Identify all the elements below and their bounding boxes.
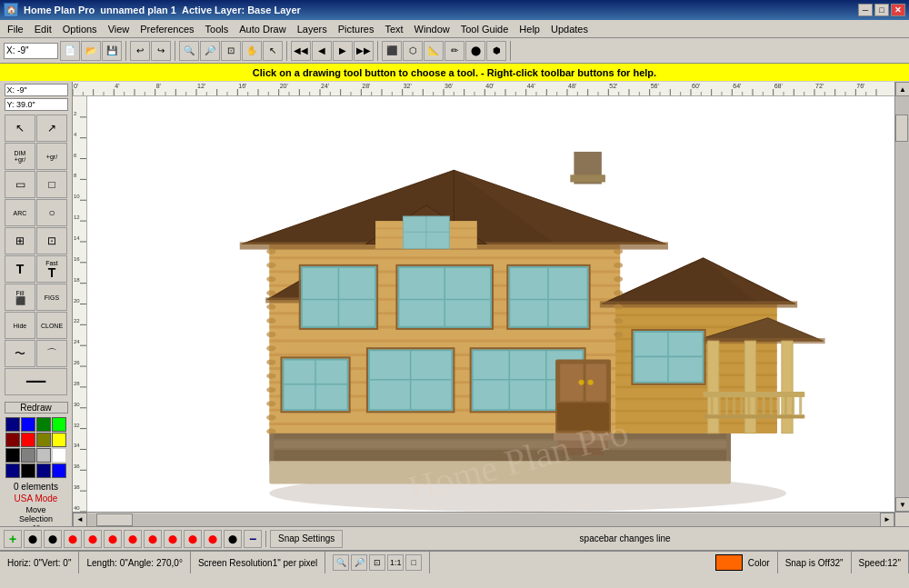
color-cell[interactable] <box>21 417 35 432</box>
bt8[interactable]: ⬤ <box>164 530 182 548</box>
bt2[interactable]: ⬤ <box>44 530 62 548</box>
color-cell[interactable] <box>36 417 51 432</box>
color-cell[interactable] <box>52 417 66 432</box>
menu-autodraw[interactable]: Auto Draw <box>234 22 291 36</box>
add-button[interactable]: + <box>4 530 22 548</box>
figs-tool[interactable]: FIGS <box>36 284 67 311</box>
zoom-window-status[interactable]: □ <box>405 554 422 571</box>
nav-left[interactable]: ◀◀ <box>291 41 311 61</box>
menu-preferences[interactable]: Preferences <box>135 22 199 36</box>
zoom-actual-status[interactable]: 1:1 <box>387 554 404 571</box>
draw-btn-5[interactable]: ⬤ <box>465 41 485 61</box>
fill-tool[interactable]: Fill⬛ <box>5 284 35 311</box>
rect-tool[interactable]: ▭ <box>5 171 35 198</box>
arc-tool[interactable]: ARC <box>5 199 35 226</box>
menu-help[interactable]: Help <box>514 22 545 36</box>
rect2-tool[interactable]: □ <box>36 171 67 198</box>
color-cell[interactable] <box>5 417 20 432</box>
line2-tool[interactable]: ⌒ <box>36 340 67 367</box>
nav-next[interactable]: ▶ <box>333 41 353 61</box>
menu-options[interactable]: Options <box>57 22 103 36</box>
dash-tool[interactable]: ━━━ <box>5 368 67 395</box>
snap-settings-button[interactable]: Snap Settings <box>270 530 343 548</box>
pan-button[interactable]: ✋ <box>242 41 262 61</box>
dim2-tool[interactable]: +gr/ <box>36 143 67 170</box>
scrollbar-bottom-track[interactable] <box>87 513 880 526</box>
menu-edit[interactable]: Edit <box>29 22 57 36</box>
draw-btn-4[interactable]: ✏ <box>445 41 464 61</box>
scroll-down-button[interactable]: ▼ <box>895 497 909 512</box>
bt10[interactable]: ⬤ <box>204 530 222 548</box>
color-cell[interactable] <box>52 433 66 447</box>
bt4[interactable]: ⬤ <box>84 530 102 548</box>
menu-layers[interactable]: Layers <box>292 22 333 36</box>
fasttext-tool[interactable]: FastT <box>36 255 67 283</box>
select-button[interactable]: ↖ <box>263 41 283 61</box>
menu-view[interactable]: View <box>103 22 135 36</box>
menu-file[interactable]: File <box>2 22 29 36</box>
menu-text[interactable]: Text <box>379 22 408 36</box>
minimize-button[interactable]: ─ <box>858 4 873 16</box>
grid2-tool[interactable]: ⊡ <box>36 227 67 254</box>
line1-tool[interactable]: 〜 <box>5 340 35 367</box>
select-tool[interactable]: ↖ <box>5 115 35 142</box>
scroll-left-button[interactable]: ◄ <box>73 513 87 527</box>
zoom-out-status[interactable]: 🔎 <box>351 554 367 571</box>
menu-window[interactable]: Window <box>409 22 455 36</box>
draw-btn-6[interactable]: ⬢ <box>486 41 506 61</box>
dim-tool[interactable]: DIM+gr/ <box>5 143 35 170</box>
hide-tool[interactable]: Hide <box>5 312 35 339</box>
text-tool[interactable]: T <box>5 255 35 283</box>
color-cell[interactable] <box>21 463 35 478</box>
clone-tool[interactable]: CLONE <box>36 312 67 339</box>
color-cell[interactable] <box>36 433 51 447</box>
scrollbar-right-track[interactable] <box>895 96 909 497</box>
nav-prev[interactable]: ◀ <box>312 41 332 61</box>
select-area-tool[interactable]: ↗ <box>36 115 67 142</box>
zoom-in-button[interactable]: 🔍 <box>179 41 199 61</box>
bt1[interactable]: ⬤ <box>24 530 42 548</box>
redraw-button[interactable]: Redraw <box>5 402 68 414</box>
zoom-fit-button[interactable]: ⊡ <box>221 41 241 61</box>
circle-tool[interactable]: ○ <box>36 199 67 226</box>
color-cell[interactable] <box>52 448 66 463</box>
color-cell[interactable] <box>21 433 35 447</box>
color-cell[interactable] <box>5 448 20 463</box>
grid1-tool[interactable]: ⊞ <box>5 227 35 254</box>
maximize-button[interactable]: □ <box>874 4 889 16</box>
undo-button[interactable]: ↩ <box>130 41 150 61</box>
new-button[interactable]: 📄 <box>60 41 80 61</box>
zoom-out-button[interactable]: 🔎 <box>200 41 220 61</box>
scrollbar-right-thumb[interactable] <box>895 115 908 142</box>
color-preview[interactable] <box>715 554 743 571</box>
color-cell[interactable] <box>21 448 35 463</box>
color-cell[interactable] <box>52 463 66 478</box>
bt6[interactable]: ⬤ <box>124 530 142 548</box>
draw-btn-2[interactable]: ⬡ <box>403 41 423 61</box>
canvas-area[interactable]: Home Plan Pro <box>87 96 894 512</box>
scrollbar-bottom-thumb[interactable] <box>96 513 133 526</box>
menu-toolguide[interactable]: Tool Guide <box>455 22 514 36</box>
draw-btn-3[interactable]: 📐 <box>424 41 444 61</box>
scroll-right-button[interactable]: ► <box>880 513 894 527</box>
bt5[interactable]: ⬤ <box>104 530 122 548</box>
bt9[interactable]: ⬤ <box>184 530 202 548</box>
color-cell[interactable] <box>5 433 20 447</box>
zoom-in-status[interactable]: 🔍 <box>333 554 349 571</box>
menu-pictures[interactable]: Pictures <box>333 22 380 36</box>
nav-right[interactable]: ▶▶ <box>354 41 374 61</box>
close-button[interactable]: ✕ <box>891 4 905 16</box>
zoom-fit-status[interactable]: ⊡ <box>369 554 385 571</box>
draw-btn-1[interactable]: ⬛ <box>382 41 402 61</box>
bt3[interactable]: ⬤ <box>64 530 82 548</box>
remove-button[interactable]: − <box>244 530 262 548</box>
menu-tools[interactable]: Tools <box>200 22 235 36</box>
scroll-up-button[interactable]: ▲ <box>895 82 909 96</box>
menu-updates[interactable]: Updates <box>545 22 594 36</box>
color-cell[interactable] <box>36 448 51 463</box>
redo-button[interactable]: ↪ <box>151 41 171 61</box>
bt11[interactable]: ⬤ <box>224 530 242 548</box>
color-cell[interactable] <box>36 463 51 478</box>
save-button[interactable]: 💾 <box>102 41 122 61</box>
color-cell[interactable] <box>5 463 20 478</box>
